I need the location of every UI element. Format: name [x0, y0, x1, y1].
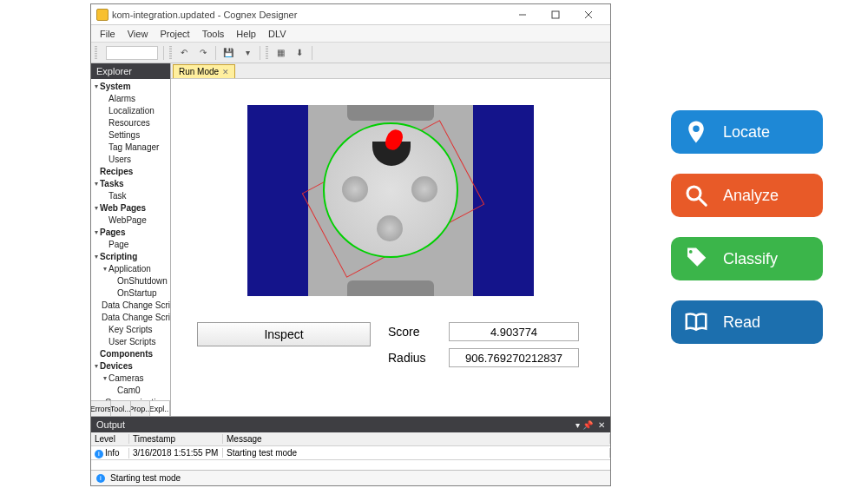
build-icon[interactable]: ▦	[273, 46, 287, 60]
tree-node[interactable]: OnStartup	[91, 287, 170, 300]
score-label: Score	[388, 325, 440, 339]
tab-run-mode[interactable]: Run Mode ✕	[173, 64, 235, 78]
radius-label: Radius	[388, 351, 440, 365]
tree-node[interactable]: Alarms	[91, 93, 170, 105]
tree-node[interactable]: ▾Scripting	[91, 251, 170, 263]
radius-value: 906.769270212837	[449, 348, 579, 367]
close-tab-icon[interactable]: ✕	[222, 68, 229, 76]
toolbar-search[interactable]	[106, 46, 158, 60]
menu-tools[interactable]: Tools	[197, 27, 230, 41]
explorer-tab[interactable]: Prop...	[131, 401, 151, 416]
download-icon[interactable]: ⬇	[293, 46, 306, 60]
pill-label: Classify	[723, 250, 778, 268]
subdial	[411, 176, 437, 202]
inspection-image[interactable]	[247, 105, 534, 296]
subdial	[342, 176, 368, 202]
tree-node[interactable]: Recipes	[91, 166, 170, 178]
tree-node[interactable]: ▾Devices	[91, 360, 170, 373]
output-row[interactable]: iInfo 3/16/2018 1:51:55 PM Starting test…	[91, 446, 610, 460]
output-header: Output ▾ 📌 ✕	[91, 417, 610, 432]
tree-node[interactable]: Cam0	[91, 385, 170, 397]
tree-node[interactable]: ▾Cameras	[91, 373, 170, 385]
tree-node[interactable]: Data Change Scripts (Web)	[91, 312, 170, 324]
feature-pills: Locate Analyze Classify Read	[671, 110, 823, 344]
menu-help[interactable]: Help	[231, 27, 261, 41]
run-mode-canvas: Inspect Score 4.903774 Radius 906.769270…	[171, 79, 610, 416]
tree-node[interactable]: ▾Pages	[91, 227, 170, 239]
output-panel: Output ▾ 📌 ✕ Level Timestamp Message iIn…	[91, 416, 610, 470]
center-area: Run Mode ✕ Inspect	[171, 63, 610, 416]
explorer-panel: Explorer ▾System Alarms Localization Res…	[91, 63, 171, 416]
status-bar: i Starting test mode	[91, 470, 610, 485]
info-icon: i	[96, 474, 105, 483]
tab-label: Run Mode	[179, 67, 219, 76]
minimize-button[interactable]	[506, 6, 539, 23]
menu-view[interactable]: View	[122, 27, 154, 41]
book-icon	[683, 309, 709, 335]
tree-node[interactable]: Task	[91, 190, 170, 202]
toolbar-grip[interactable]	[266, 46, 268, 60]
app-window: kom-integration.updated - Cognex Designe…	[90, 3, 611, 486]
dropdown-icon[interactable]: ▾	[240, 46, 254, 60]
undo-icon[interactable]: ↶	[177, 46, 191, 60]
toolbar: ↶ ↷ 💾 ▾ ▦ ⬇	[91, 43, 610, 63]
output-grid[interactable]: Level Timestamp Message iInfo 3/16/2018 …	[91, 432, 610, 470]
tree-node[interactable]: ▾System	[91, 81, 170, 93]
tag-icon	[683, 246, 709, 272]
pill-analyze[interactable]: Analyze	[671, 174, 823, 217]
inspect-button[interactable]: Inspect	[197, 322, 371, 346]
status-text: Starting test mode	[110, 473, 181, 483]
pill-label: Locate	[723, 123, 770, 142]
explorer-tree[interactable]: ▾System Alarms Localization Resources Se…	[91, 79, 170, 400]
tree-node[interactable]: Localization	[91, 105, 170, 117]
magnify-icon	[683, 182, 709, 208]
close-button[interactable]	[572, 6, 605, 23]
title-bar: kom-integration.updated - Cognex Designe…	[91, 4, 610, 25]
pill-label: Analyze	[723, 187, 779, 205]
tree-node[interactable]: Resources	[91, 117, 170, 129]
explorer-header: Explorer	[91, 63, 170, 79]
close-panel-icon[interactable]: ✕	[598, 420, 605, 430]
menu-bar: File View Project Tools Help DLV	[91, 25, 610, 43]
pin-icon	[683, 119, 709, 145]
tree-node[interactable]: Page	[91, 239, 170, 251]
menu-dlv[interactable]: DLV	[263, 27, 292, 41]
tree-node[interactable]: Key Scripts	[91, 324, 170, 336]
subdial	[377, 215, 403, 241]
results-row: Inspect Score 4.903774 Radius 906.769270…	[188, 322, 593, 367]
output-header-row: Level Timestamp Message	[91, 432, 610, 446]
menu-project[interactable]: Project	[155, 27, 194, 41]
tree-node[interactable]: ▾Tasks	[91, 178, 170, 190]
toolbar-grip[interactable]	[95, 46, 97, 60]
tree-node[interactable]: WebPage	[91, 214, 170, 227]
tree-node[interactable]: Tag Manager	[91, 142, 170, 154]
tree-node[interactable]: Users	[91, 154, 170, 166]
info-icon: i	[95, 450, 103, 458]
tree-node[interactable]: Components	[91, 348, 170, 360]
app-icon	[96, 9, 108, 21]
pill-classify[interactable]: Classify	[671, 237, 823, 280]
toolbar-grip[interactable]	[169, 46, 172, 60]
window-title: kom-integration.updated - Cognex Designe…	[112, 10, 506, 20]
explorer-tab[interactable]: Tool...	[111, 401, 131, 416]
tree-node[interactable]: OnShutdown	[91, 275, 170, 287]
pin-icon[interactable]: ▾ 📌	[575, 420, 593, 430]
pill-read[interactable]: Read	[671, 300, 823, 344]
tree-node[interactable]: User Scripts	[91, 336, 170, 348]
svg-rect-1	[552, 11, 559, 18]
explorer-tab[interactable]: Expl...	[150, 401, 170, 416]
tree-node[interactable]: ▾Web Pages	[91, 202, 170, 214]
redo-icon[interactable]: ↷	[196, 46, 210, 60]
explorer-tab[interactable]: Errors	[91, 401, 111, 416]
pill-locate[interactable]: Locate	[671, 110, 823, 154]
tree-node[interactable]: Data Change Scripts	[91, 300, 170, 312]
explorer-tab-strip: ErrorsTool...Prop...Expl...	[91, 400, 170, 416]
tree-node[interactable]: Settings	[91, 129, 170, 142]
save-icon[interactable]: 💾	[221, 46, 235, 60]
maximize-button[interactable]	[539, 6, 572, 23]
svg-line-5	[700, 199, 707, 206]
menu-file[interactable]: File	[95, 27, 121, 41]
pill-label: Read	[723, 313, 760, 332]
document-tabs: Run Mode ✕	[171, 63, 610, 79]
tree-node[interactable]: ▾Application	[91, 263, 170, 275]
